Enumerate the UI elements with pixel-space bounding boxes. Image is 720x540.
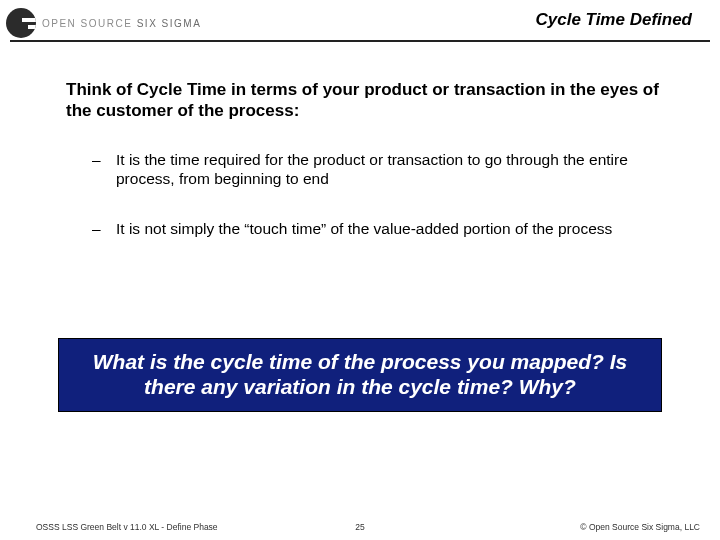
logo-text-a: OPEN SOURCE	[42, 18, 132, 29]
intro-text: Think of Cycle Time in terms of your pro…	[66, 80, 666, 121]
slide: OPEN SOURCE SIX SIGMA Cycle Time Defined…	[0, 0, 720, 540]
logo-text: OPEN SOURCE SIX SIGMA	[42, 18, 201, 29]
bullet-text: It is not simply the “touch time” of the…	[116, 219, 662, 238]
footer-copyright: © Open Source Six Sigma, LLC	[580, 522, 700, 532]
dash-icon: –	[92, 150, 116, 189]
logo-icon	[6, 8, 36, 38]
callout-box: What is the cycle time of the process yo…	[58, 338, 662, 412]
bullet-text: It is the time required for the product …	[116, 150, 662, 189]
bullet-list: – It is the time required for the produc…	[92, 150, 662, 268]
logo-text-b: SIX SIGMA	[137, 18, 202, 29]
dash-icon: –	[92, 219, 116, 238]
header: OPEN SOURCE SIX SIGMA Cycle Time Defined	[0, 6, 720, 42]
list-item: – It is the time required for the produc…	[92, 150, 662, 189]
list-item: – It is not simply the “touch time” of t…	[92, 219, 662, 238]
title-rule	[10, 40, 710, 42]
logo: OPEN SOURCE SIX SIGMA	[6, 8, 201, 38]
page-title: Cycle Time Defined	[535, 10, 692, 30]
